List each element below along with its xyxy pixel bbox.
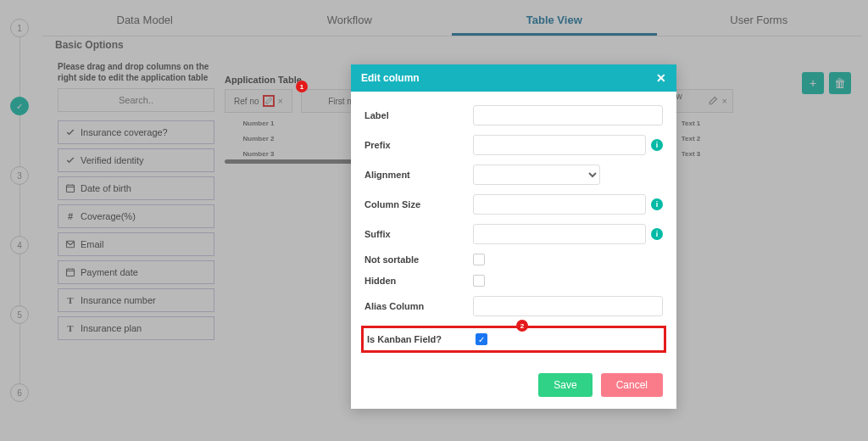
label-column-size: Column Size	[364, 199, 473, 209]
save-button[interactable]: Save	[538, 373, 592, 397]
callout-badge-2: 2	[516, 320, 528, 332]
prefix-input[interactable]	[473, 135, 646, 155]
alias-column-input[interactable]	[473, 296, 663, 316]
label-suffix: Suffix	[364, 229, 473, 239]
modal-title: Edit column	[361, 72, 420, 84]
info-icon[interactable]: i	[651, 228, 663, 240]
label-is-kanban: Is Kanban Field?	[367, 334, 476, 344]
suffix-input[interactable]	[473, 224, 646, 244]
info-icon[interactable]: i	[651, 139, 663, 151]
label-alias-column: Alias Column	[364, 301, 473, 311]
is-kanban-checkbox[interactable]: ✓	[476, 333, 487, 345]
hidden-checkbox[interactable]	[473, 275, 485, 287]
close-icon[interactable]: ✕	[656, 71, 666, 85]
cancel-button[interactable]: Cancel	[601, 373, 663, 397]
info-icon[interactable]: i	[651, 198, 663, 210]
modal-footer: Save Cancel	[351, 370, 676, 409]
label-not-sortable: Not sortable	[364, 254, 473, 265]
modal-header: Edit column ✕	[351, 64, 676, 92]
label-alignment: Alignment	[364, 170, 473, 180]
alignment-select[interactable]	[473, 165, 600, 185]
edit-column-modal: Edit column ✕ Label Prefix i Alignment C…	[351, 64, 676, 409]
label-input[interactable]	[473, 105, 663, 126]
not-sortable-checkbox[interactable]	[473, 254, 485, 265]
column-size-input[interactable]	[473, 194, 646, 215]
callout-badge-1: 1	[296, 81, 308, 92]
label-hidden: Hidden	[364, 276, 473, 286]
label-prefix: Prefix	[364, 140, 473, 150]
label-label: Label	[364, 110, 473, 120]
